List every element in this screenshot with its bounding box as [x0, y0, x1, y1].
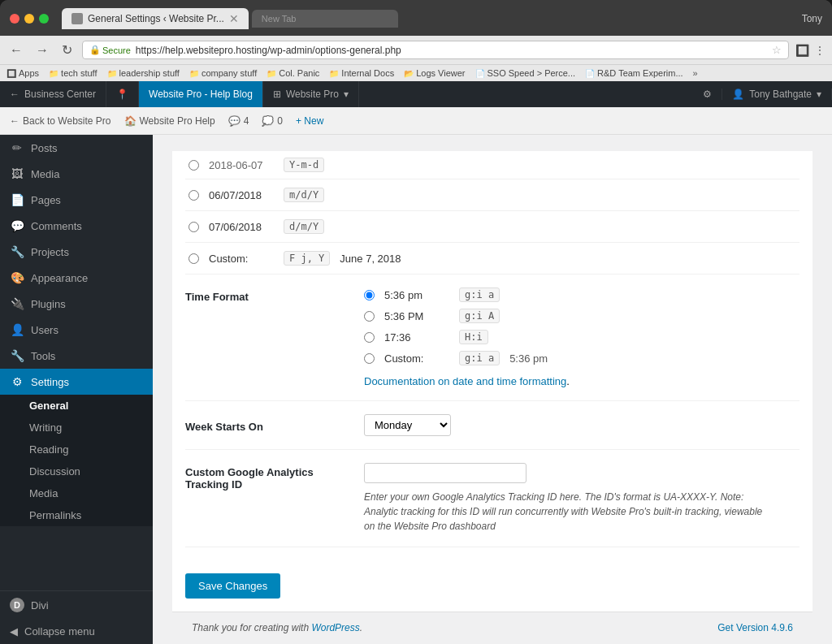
maximize-button[interactable] [39, 14, 49, 24]
sidebar-item-projects[interactable]: 🔧 Projects [0, 239, 153, 265]
bubble-count: 0 [277, 115, 283, 127]
week-starts-content: Sunday Monday Tuesday Wednesday Thursday… [364, 414, 451, 436]
sidebar-item-comments[interactable]: 💬 Comments [0, 213, 153, 239]
bookmark-internal-docs[interactable]: 📁 Internal Docs [329, 68, 394, 78]
sidebar-item-posts[interactable]: ✏ Posts [0, 135, 153, 161]
collapse-menu[interactable]: ◀ Collapse menu [0, 619, 153, 644]
company-label: company stuff [202, 68, 257, 78]
sidebar-label-users: Users [31, 324, 58, 336]
date-format-1: m/d/Y [284, 188, 324, 202]
time-custom-format: g:i a [459, 351, 500, 365]
apps-grid-item[interactable]: ⊞ Website Pro ▾ [263, 81, 359, 107]
subitem-writing[interactable]: Writing [0, 417, 153, 439]
bookmarks-bar: 🔲 Apps 📁 tech stuff 📁 leadership stuff 📁… [0, 64, 832, 81]
projects-icon: 🔧 [10, 245, 24, 258]
date-format-cut-row: 2018-06-07 Y-m-d [185, 151, 800, 179]
site-name-item[interactable]: Website Pro - Help Blog [139, 81, 263, 107]
extensions-icon[interactable]: 🔲 [795, 44, 809, 57]
forward-nav-button[interactable]: → [32, 41, 52, 59]
sidebar-item-settings[interactable]: ⚙ Settings [0, 369, 153, 395]
wp-help-link[interactable]: 🏠 Website Pro Help [124, 115, 215, 127]
content-wrap: 2018-06-07 Y-m-d 06/07/2018 m/d/Y 07/06/… [153, 135, 832, 644]
business-center-label: Business Center [24, 89, 96, 100]
user-item[interactable]: 👤 Tony Bathgate ▾ [722, 89, 832, 100]
settings-table: 2018-06-07 Y-m-d 06/07/2018 m/d/Y 07/06/… [172, 151, 812, 612]
user-name-label: Tony Bathgate [749, 89, 812, 100]
subitem-permalinks[interactable]: Permalinks [0, 504, 153, 526]
wp-top-right: ⚙ 👤 Tony Bathgate ▾ [693, 89, 832, 100]
sidebar-item-appearance[interactable]: 🎨 Appearance [0, 265, 153, 291]
date-format-row-2: 07/06/2018 d/m/Y [185, 211, 800, 243]
help-label: Website Pro Help [140, 115, 215, 127]
analytics-section: Custom Google Analytics Tracking ID Ente… [185, 450, 800, 547]
analytics-input[interactable] [364, 463, 526, 483]
date-radio-2[interactable] [188, 222, 199, 232]
time-radio-1[interactable] [364, 311, 375, 322]
appearance-icon: 🎨 [10, 271, 24, 284]
bubble-item[interactable]: 💭 0 [262, 115, 283, 127]
time-radio-2[interactable] [364, 332, 375, 343]
address-bar[interactable]: 🔒 Secure https://help.websitepro.hosting… [82, 41, 789, 59]
new-item[interactable]: + New [296, 115, 323, 127]
time-radio-0[interactable] [364, 290, 375, 300]
week-starts-select[interactable]: Sunday Monday Tuesday Wednesday Thursday… [364, 414, 451, 436]
date-custom-preview: June 7, 2018 [340, 253, 401, 265]
back-nav-button[interactable]: ← [6, 41, 26, 59]
business-center-item[interactable]: ← Business Center [0, 81, 106, 107]
comments-item[interactable]: 💬 4 [228, 115, 249, 127]
menu-icon[interactable]: ⋮ [814, 44, 826, 57]
inactive-tab[interactable]: New Tab [252, 10, 398, 28]
date-radio-custom[interactable] [188, 253, 199, 264]
folder-icon-1: 📁 [49, 69, 58, 78]
sidebar-item-users[interactable]: 👤 Users [0, 317, 153, 343]
time-row-custom: Custom: g:i a 5:36 pm [364, 351, 800, 365]
sidebar-label-settings: Settings [31, 376, 69, 388]
tech-stuff-label: tech stuff [61, 68, 97, 78]
house-icon: 🏠 [124, 115, 136, 127]
star-icon[interactable]: ☆ [772, 44, 782, 56]
date-radio-0[interactable] [188, 160, 199, 171]
bookmark-col-panic[interactable]: 📁 Col. Panic [266, 68, 319, 78]
folder-icon-3: 📁 [189, 69, 199, 78]
tab-title: General Settings ‹ Website Pr... [88, 13, 224, 24]
sidebar-item-tools[interactable]: 🔧 Tools [0, 343, 153, 369]
subitem-media[interactable]: Media [0, 482, 153, 504]
close-button[interactable] [10, 14, 20, 24]
minimize-button[interactable] [24, 14, 34, 24]
bookmark-sso[interactable]: 📄 SSO Speed > Perce... [475, 68, 576, 78]
time-radio-custom[interactable] [364, 353, 375, 364]
bookmark-company[interactable]: 📁 company stuff [189, 68, 257, 78]
subitem-discussion[interactable]: Discussion [0, 460, 153, 482]
bookmark-apps[interactable]: 🔲 Apps [6, 68, 39, 78]
subitem-general[interactable]: General [0, 395, 153, 417]
date-value-0: 2018-06-07 [209, 159, 274, 171]
bookmark-logs[interactable]: 📂 Logs Viewer [404, 68, 465, 78]
comments-count: 4 [244, 115, 249, 127]
sidebar-label-appearance: Appearance [31, 272, 88, 284]
file-icon-3: 📄 [585, 69, 595, 78]
sidebar-item-media[interactable]: 🖼 Media [0, 161, 153, 187]
time-custom-label: Custom: [384, 352, 449, 365]
date-radio-1[interactable] [188, 190, 199, 201]
gear-item[interactable]: ⚙ [693, 89, 722, 100]
sidebar-label-projects: Projects [31, 246, 69, 258]
back-to-website-pro[interactable]: ← Back to Website Pro [10, 115, 111, 127]
doc-link[interactable]: Documentation on date and time formattin… [364, 375, 566, 387]
sidebar-item-pages[interactable]: 📄 Pages [0, 187, 153, 213]
secure-label: Secure [102, 45, 131, 55]
bookmarks-more[interactable]: » [693, 68, 698, 78]
save-section: Save Changes [185, 547, 800, 612]
wordpress-link[interactable]: WordPress [311, 622, 359, 633]
plugins-icon: 🔌 [10, 297, 24, 310]
active-tab[interactable]: General Settings ‹ Website Pr... ✕ [62, 8, 249, 29]
time-format-0: g:i a [459, 287, 500, 302]
subitem-reading[interactable]: Reading [0, 439, 153, 460]
sidebar-item-plugins[interactable]: 🔌 Plugins [0, 291, 153, 317]
reload-button[interactable]: ↻ [58, 41, 76, 59]
get-version-link[interactable]: Get Version 4.9.6 [717, 622, 793, 633]
bookmark-rd[interactable]: 📄 R&D Team Experim... [585, 68, 683, 78]
bookmark-tech-stuff[interactable]: 📁 tech stuff [49, 68, 97, 78]
bookmark-leadership[interactable]: 📁 leadership stuff [107, 68, 180, 78]
save-changes-button[interactable]: Save Changes [185, 573, 280, 599]
tab-close-icon[interactable]: ✕ [229, 12, 239, 25]
